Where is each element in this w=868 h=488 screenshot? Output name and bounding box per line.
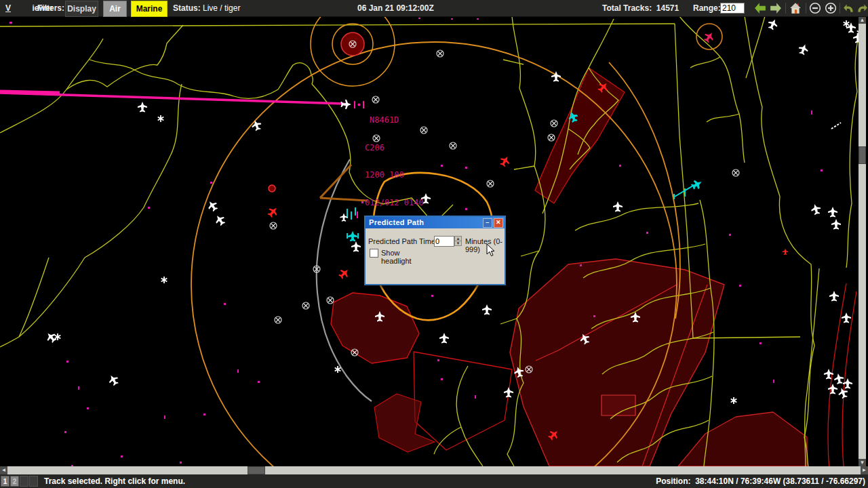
mouse-cursor [486, 244, 496, 258]
page-blank-button[interactable] [29, 476, 38, 487]
marine-filter-button[interactable]: Marine [131, 1, 167, 17]
vertical-scroll-thumb[interactable] [859, 146, 866, 164]
track-callsign: N8461D [365, 116, 433, 125]
display-filter-button[interactable]: Display [65, 1, 98, 17]
undo-icon[interactable] [843, 2, 855, 14]
toolbar-separator [806, 3, 806, 14]
track-type: C206 [365, 144, 433, 153]
asterisk-symbols[interactable] [55, 20, 863, 404]
time-input[interactable] [434, 236, 454, 247]
redo-icon[interactable] [856, 2, 868, 14]
scroll-down-icon[interactable]: ▼ [859, 459, 866, 466]
dialog-title: Predicted Path [369, 218, 424, 226]
aircraft-symbols[interactable] [44, 18, 863, 400]
zoom-in-icon[interactable] [825, 2, 837, 14]
track-squawk-alt: 1200 100 [365, 171, 433, 180]
page-2-button[interactable]: 2 [10, 476, 19, 487]
zoom-out-icon[interactable] [809, 2, 821, 14]
selected-aircraft-icon[interactable] [341, 100, 352, 109]
top-menu-bar: VVieweriewer Filters: Display Air Marine… [0, 0, 868, 17]
horizontal-scrollbar[interactable]: ◄ ► [0, 466, 868, 474]
filters-label: Filters: [37, 0, 64, 16]
range-label: Range: [693, 0, 721, 16]
red-circle-marker[interactable] [269, 185, 275, 192]
minimize-icon[interactable]: – [483, 218, 492, 228]
horizontal-scroll-thumb[interactable] [248, 466, 265, 474]
p40-bullseye [311, 16, 395, 86]
status-message: Track selected. Right click for menu. [44, 474, 185, 488]
time-label: Predicted Path Time: [368, 237, 437, 245]
status-label: Status: Live / tiger [173, 0, 240, 16]
toolbar-separator [785, 3, 786, 14]
position-value: 38:44:10N / 76:39:46W (38.73611 / -76.66… [695, 476, 865, 486]
spinner-down-icon[interactable]: ▼ [454, 241, 462, 246]
clock: 06 Jan 21 09:12:00Z [357, 0, 434, 16]
close-icon[interactable]: ✕ [494, 218, 503, 228]
total-tracks-value: 14571 [656, 3, 679, 13]
track-speed-heading: 012/012 0140 [365, 199, 433, 208]
white-dash-track[interactable] [831, 123, 841, 129]
show-headlight-checkbox[interactable] [370, 249, 378, 258]
magenta-aircraft-icon[interactable] [702, 30, 715, 44]
mason-dixon-line [0, 24, 675, 26]
scroll-right-icon[interactable]: ► [861, 466, 868, 474]
page-blank-button[interactable] [20, 476, 28, 487]
air-filter-button[interactable]: Air [103, 1, 127, 17]
back-arrow-icon[interactable] [754, 2, 766, 14]
total-tracks: Total Tracks: 14571 [602, 0, 679, 16]
forward-arrow-icon[interactable] [770, 2, 782, 14]
vertical-scrollbar[interactable]: ▲ ▼ [859, 16, 866, 466]
status-value: Live / tiger [203, 3, 240, 13]
aircraft-symbol[interactable] [340, 213, 347, 221]
toolbar-separator [840, 3, 840, 14]
scroll-left-icon[interactable]: ◄ [0, 466, 7, 474]
predicted-path-dialog: Predicted Path – ✕ Predicted Path Time: … [364, 216, 506, 285]
selected-track-trail [0, 92, 363, 108]
units-label: Minutes (0-999) [465, 237, 504, 253]
home-icon[interactable] [789, 2, 802, 14]
show-headlight-label: Show headlight [381, 249, 412, 265]
page-1-button[interactable]: 1 [1, 476, 9, 487]
range-input[interactable] [720, 3, 745, 14]
dialog-titlebar[interactable]: Predicted Path – ✕ [366, 217, 505, 228]
scroll-up-icon[interactable]: ▲ [859, 16, 866, 24]
status-bar: 1 2 Track selected. Right click for menu… [0, 474, 868, 488]
cursor-position-readout: Position: 38:44:10N / 76:39:46W (38.7361… [656, 474, 865, 488]
sfra-gray-arc [317, 159, 372, 401]
